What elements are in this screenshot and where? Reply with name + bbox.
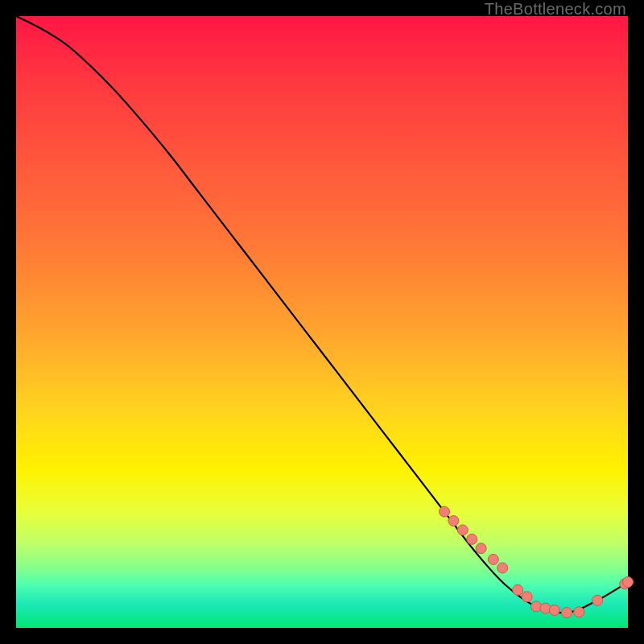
marker-point <box>623 577 634 588</box>
marker-point <box>574 607 584 617</box>
plot-area <box>16 16 628 628</box>
chart-frame: TheBottleneck.com <box>0 0 644 644</box>
marker-point <box>448 516 459 526</box>
marker-point <box>531 601 542 612</box>
marker-point <box>513 584 523 595</box>
marker-point <box>620 579 630 589</box>
marker-point <box>440 506 450 517</box>
highlight-markers <box>440 506 634 617</box>
marker-point <box>457 525 468 535</box>
marker-point <box>540 603 551 613</box>
curve-svg <box>16 16 628 628</box>
marker-point <box>522 592 532 602</box>
marker-point <box>476 543 486 554</box>
marker-point <box>562 608 572 618</box>
marker-point <box>488 554 498 564</box>
marker-point <box>497 563 508 573</box>
marker-point <box>549 605 559 615</box>
marker-point <box>592 595 603 605</box>
bottleneck-curve <box>16 16 628 613</box>
marker-point <box>467 534 477 544</box>
